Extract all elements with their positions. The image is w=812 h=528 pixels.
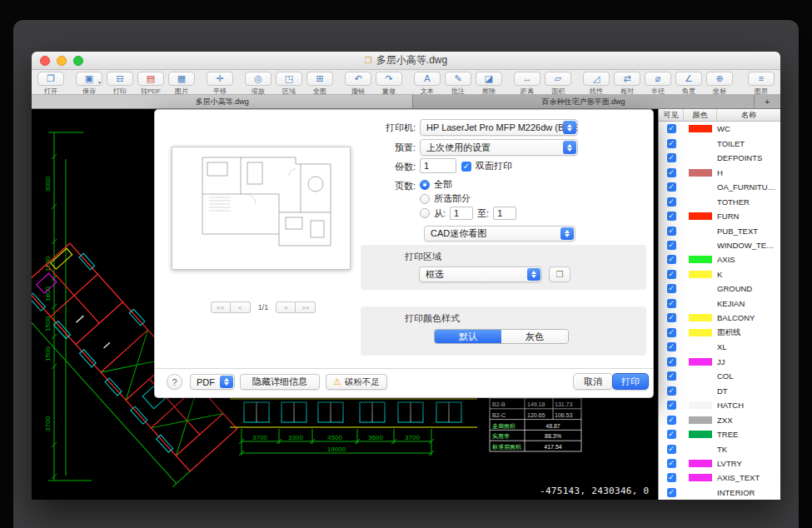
pages-range-radio[interactable] [420,208,430,218]
layer-color-swatch[interactable] [689,140,712,147]
layer-visible-checkbox[interactable]: ✓ [667,313,676,322]
pages-range-option[interactable]: 从: 至: [420,207,516,220]
layer-visible-checkbox[interactable]: ✓ [667,445,676,454]
layer-name[interactable]: LVTRY [717,459,780,468]
layer-color-swatch[interactable] [689,343,712,351]
layer-name[interactable]: AXIS [717,255,780,264]
layer-name[interactable]: TREE [717,430,780,439]
toolbar-button-distance[interactable]: ↔距离 [512,72,542,96]
page-from-input[interactable] [450,207,473,220]
toolbar-button-to-pdf[interactable]: ▤转PDF [136,72,166,96]
toolbar-button-text[interactable]: A文本 [412,72,442,96]
layer-visible-checkbox[interactable]: ✓ [667,270,676,279]
layer-color-swatch[interactable] [689,271,712,278]
layer-name[interactable]: H [717,168,780,177]
layer-color-swatch[interactable] [689,256,712,263]
toolbar-button-image[interactable]: ▦图片 [167,72,197,96]
layer-color-swatch[interactable] [689,401,712,409]
layer-name[interactable]: AXIS_TEXT [717,473,780,482]
toolbar-button-erase[interactable]: ◪擦除 [474,72,504,96]
layer-name[interactable]: INTERIOR [717,488,780,497]
layer-visible-checkbox[interactable]: ✓ [667,386,676,396]
layer-color-swatch[interactable] [689,212,712,220]
layer-name[interactable]: TOILET [717,139,780,148]
layer-color-swatch[interactable] [689,474,712,481]
toolbar-button-radius[interactable]: ⌀半径 [643,72,673,96]
layer-visible-checkbox[interactable]: ✓ [667,153,676,162]
toolbar-button-full-view[interactable]: ⊞全图 [305,72,335,96]
layer-name[interactable]: FURN [717,212,780,221]
tab-inactive-drawing[interactable]: 百余种住宅户形平面.dwg [413,95,754,108]
layer-visible-checkbox[interactable]: ✓ [667,299,676,308]
toolbar-button-pan[interactable]: ✛平移 [205,72,235,96]
toolbar-button-area[interactable]: ▱面积 [543,72,573,96]
layer-name[interactable]: TK [717,445,780,454]
toolbar-button-undo[interactable]: ↶撤销 [343,72,373,96]
layer-name[interactable]: BALCONY [717,313,780,322]
layer-color-swatch[interactable] [689,227,712,235]
layer-visible-checkbox[interactable]: ✓ [667,430,676,439]
page-to-input[interactable] [493,207,516,220]
pdf-menu-button[interactable]: PDF [190,374,235,390]
layer-name[interactable]: K [717,270,780,279]
help-button[interactable]: ? [167,374,182,390]
presets-select[interactable]: 上次使用的设置 [420,139,578,156]
layer-visible-checkbox[interactable]: ✓ [667,401,676,410]
minimize-window-button[interactable] [57,56,67,66]
toolbar-button-print[interactable]: ⊟打印 [105,72,135,96]
layer-visible-checkbox[interactable]: ✓ [667,255,676,264]
toolbar-button-coordinate[interactable]: ⊕坐标 [705,72,735,96]
layer-name[interactable]: WINDOW_TE… [717,241,780,250]
color-default-segment[interactable]: 默认 [435,330,501,343]
layer-color-swatch[interactable] [689,387,712,395]
layer-visible-checkbox[interactable]: ✓ [667,227,676,236]
layer-visible-checkbox[interactable]: ✓ [667,124,676,133]
layer-color-swatch[interactable] [689,446,712,453]
toner-warning[interactable]: ⚠ 碳粉不足 [326,374,387,390]
tab-active-drawing[interactable]: 多层小高等.dwg [32,95,413,108]
layer-visible-checkbox[interactable]: ✓ [667,473,676,482]
print-button[interactable]: 打印 [612,373,649,390]
layer-color-swatch[interactable] [689,300,712,307]
last-page-button[interactable]: >> [296,301,316,313]
layer-name[interactable]: ZXX [717,416,780,425]
layer-name[interactable]: KEJIAN [717,299,780,308]
layer-name[interactable]: TOTHER [717,197,780,207]
toolbar-button-open[interactable]: ❐打开 [36,72,66,96]
layer-color-swatch[interactable] [689,358,712,366]
layer-visible-checkbox[interactable]: ✓ [667,197,676,207]
pages-selection-radio[interactable] [420,194,430,204]
layer-visible-checkbox[interactable]: ✓ [667,212,676,221]
zoom-window-button[interactable] [73,56,83,66]
cancel-button[interactable]: 取消 [573,373,613,390]
layer-visible-checkbox[interactable]: ✓ [667,371,676,381]
layer-color-swatch[interactable] [689,314,712,321]
two-sided-checkbox[interactable]: ✓ [461,162,471,172]
layer-color-swatch[interactable] [689,460,712,467]
color-gray-segment[interactable]: 灰色 [501,330,568,343]
layer-color-swatch[interactable] [689,183,712,191]
layer-name[interactable]: JJ [717,357,780,366]
toolbar-button-save[interactable]: ▣▾保存 [74,72,104,96]
print-area-select[interactable]: 框选 [419,266,542,282]
toolbar-button-linear[interactable]: ◿线性 [581,72,611,96]
next-page-button[interactable]: > [276,301,296,313]
printer-select[interactable]: HP LaserJet Pro MFP M226dw (BF2574) [420,119,578,136]
pages-all-radio[interactable] [420,180,430,190]
layer-name[interactable]: COL [717,371,780,381]
layer-color-swatch[interactable] [689,198,712,206]
layer-color-swatch[interactable] [689,431,712,438]
pick-region-button[interactable]: ❐ [549,266,570,282]
layer-color-swatch[interactable] [689,154,712,162]
layer-color-swatch[interactable] [689,416,712,424]
layer-name[interactable]: DEFPOINTS [717,153,780,162]
layer-name[interactable]: XL [717,342,780,351]
layer-visible-checkbox[interactable]: ✓ [667,328,676,337]
toolbar-button-angle[interactable]: ∠角度 [674,72,704,96]
layer-color-swatch[interactable] [689,329,712,336]
toolbar-button-relative[interactable]: ⇄相对 [612,72,642,96]
layer-name[interactable]: HATCH [717,401,780,410]
layer-name[interactable]: DT [717,386,780,396]
toolbar-button-layers[interactable]: ≡图层 [746,72,776,96]
layer-name[interactable]: OA_FURNITU… [717,182,780,192]
